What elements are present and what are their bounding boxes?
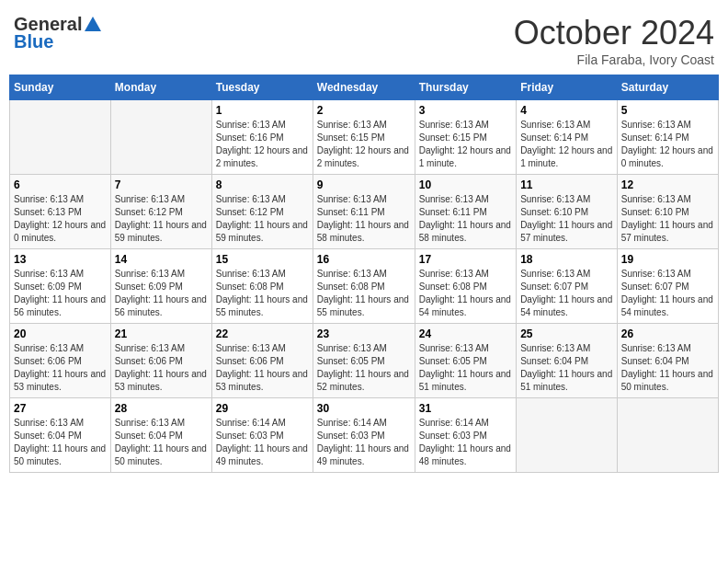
day-info: Sunrise: 6:13 AM Sunset: 6:04 PM Dayligh… — [520, 342, 613, 394]
day-number: 29 — [216, 402, 309, 415]
calendar-cell: 24Sunrise: 6:13 AM Sunset: 6:05 PM Dayli… — [415, 324, 516, 398]
calendar-cell: 16Sunrise: 6:13 AM Sunset: 6:08 PM Dayli… — [313, 249, 415, 324]
day-number: 30 — [317, 402, 411, 415]
calendar-cell: 20Sunrise: 6:13 AM Sunset: 6:06 PM Dayli… — [10, 324, 111, 398]
day-info: Sunrise: 6:13 AM Sunset: 6:07 PM Dayligh… — [520, 268, 613, 319]
day-number: 15 — [216, 253, 309, 266]
logo-blue: Blue — [14, 31, 53, 52]
calendar-cell: 25Sunrise: 6:13 AM Sunset: 6:04 PM Dayli… — [517, 324, 618, 398]
calendar-cell — [617, 398, 718, 473]
calendar-week-1: 1Sunrise: 6:13 AM Sunset: 6:16 PM Daylig… — [10, 100, 719, 175]
day-info: Sunrise: 6:13 AM Sunset: 6:06 PM Dayligh… — [14, 342, 107, 394]
calendar-cell: 8Sunrise: 6:13 AM Sunset: 6:12 PM Daylig… — [211, 175, 313, 249]
day-number: 26 — [621, 327, 714, 340]
weekday-header-thursday: Thursday — [415, 75, 516, 100]
page-header: General Blue October 2024 Fila Faraba, I… — [9, 9, 719, 67]
calendar-cell: 30Sunrise: 6:14 AM Sunset: 6:03 PM Dayli… — [313, 398, 415, 473]
calendar-week-2: 6Sunrise: 6:13 AM Sunset: 6:13 PM Daylig… — [10, 175, 719, 249]
day-info: Sunrise: 6:14 AM Sunset: 6:03 PM Dayligh… — [216, 417, 309, 468]
day-info: Sunrise: 6:13 AM Sunset: 6:08 PM Dayligh… — [419, 268, 512, 319]
calendar-cell: 13Sunrise: 6:13 AM Sunset: 6:09 PM Dayli… — [10, 249, 111, 324]
day-info: Sunrise: 6:14 AM Sunset: 6:03 PM Dayligh… — [419, 417, 512, 468]
day-info: Sunrise: 6:13 AM Sunset: 6:09 PM Dayligh… — [14, 268, 107, 319]
day-number: 12 — [621, 178, 714, 191]
weekday-header-sunday: Sunday — [10, 75, 111, 100]
calendar-cell: 17Sunrise: 6:13 AM Sunset: 6:08 PM Dayli… — [415, 249, 516, 324]
day-number: 21 — [115, 327, 208, 340]
calendar-cell: 7Sunrise: 6:13 AM Sunset: 6:12 PM Daylig… — [110, 175, 211, 249]
day-info: Sunrise: 6:13 AM Sunset: 6:12 PM Dayligh… — [216, 193, 309, 245]
day-info: Sunrise: 6:13 AM Sunset: 6:15 PM Dayligh… — [419, 119, 512, 170]
day-info: Sunrise: 6:14 AM Sunset: 6:03 PM Dayligh… — [317, 417, 411, 468]
weekday-header-row: SundayMondayTuesdayWednesdayThursdayFrid… — [10, 75, 719, 100]
day-number: 4 — [520, 104, 613, 117]
calendar-cell: 4Sunrise: 6:13 AM Sunset: 6:14 PM Daylig… — [517, 100, 618, 175]
calendar-cell — [517, 398, 618, 473]
day-info: Sunrise: 6:13 AM Sunset: 6:05 PM Dayligh… — [419, 342, 512, 394]
day-number: 1 — [216, 104, 309, 117]
calendar-cell: 1Sunrise: 6:13 AM Sunset: 6:16 PM Daylig… — [211, 100, 313, 175]
day-number: 8 — [216, 178, 309, 191]
weekday-header-friday: Friday — [517, 75, 618, 100]
day-number: 31 — [419, 402, 512, 415]
day-info: Sunrise: 6:13 AM Sunset: 6:04 PM Dayligh… — [115, 417, 208, 468]
calendar-cell: 6Sunrise: 6:13 AM Sunset: 6:13 PM Daylig… — [10, 175, 111, 249]
day-info: Sunrise: 6:13 AM Sunset: 6:09 PM Dayligh… — [115, 268, 208, 319]
day-number: 22 — [216, 327, 309, 340]
day-number: 20 — [14, 327, 107, 340]
day-number: 18 — [520, 253, 613, 266]
day-info: Sunrise: 6:13 AM Sunset: 6:15 PM Dayligh… — [317, 119, 411, 170]
calendar-cell: 9Sunrise: 6:13 AM Sunset: 6:11 PM Daylig… — [313, 175, 415, 249]
calendar-table: SundayMondayTuesdayWednesdayThursdayFrid… — [9, 75, 719, 473]
day-info: Sunrise: 6:13 AM Sunset: 6:08 PM Dayligh… — [216, 268, 309, 319]
day-number: 11 — [520, 178, 613, 191]
day-number: 17 — [419, 253, 512, 266]
calendar-cell: 28Sunrise: 6:13 AM Sunset: 6:04 PM Dayli… — [110, 398, 211, 473]
day-number: 2 — [317, 104, 411, 117]
day-number: 6 — [14, 178, 107, 191]
day-number: 25 — [520, 327, 613, 340]
day-info: Sunrise: 6:13 AM Sunset: 6:04 PM Dayligh… — [14, 417, 107, 468]
day-info: Sunrise: 6:13 AM Sunset: 6:13 PM Dayligh… — [14, 193, 107, 245]
calendar-cell — [10, 100, 111, 175]
calendar-cell: 10Sunrise: 6:13 AM Sunset: 6:11 PM Dayli… — [415, 175, 516, 249]
weekday-header-saturday: Saturday — [617, 75, 718, 100]
day-number: 7 — [115, 178, 208, 191]
weekday-header-wednesday: Wednesday — [313, 75, 415, 100]
calendar-cell: 18Sunrise: 6:13 AM Sunset: 6:07 PM Dayli… — [517, 249, 618, 324]
calendar-cell: 31Sunrise: 6:14 AM Sunset: 6:03 PM Dayli… — [415, 398, 516, 473]
calendar-cell: 29Sunrise: 6:14 AM Sunset: 6:03 PM Dayli… — [211, 398, 313, 473]
day-info: Sunrise: 6:13 AM Sunset: 6:08 PM Dayligh… — [317, 268, 411, 319]
calendar-cell: 21Sunrise: 6:13 AM Sunset: 6:06 PM Dayli… — [110, 324, 211, 398]
calendar-cell: 12Sunrise: 6:13 AM Sunset: 6:10 PM Dayli… — [617, 175, 718, 249]
day-number: 16 — [317, 253, 411, 266]
day-info: Sunrise: 6:13 AM Sunset: 6:04 PM Dayligh… — [621, 342, 714, 394]
calendar-cell: 5Sunrise: 6:13 AM Sunset: 6:14 PM Daylig… — [617, 100, 718, 175]
calendar-cell: 3Sunrise: 6:13 AM Sunset: 6:15 PM Daylig… — [415, 100, 516, 175]
day-number: 13 — [14, 253, 107, 266]
svg-marker-0 — [85, 17, 101, 31]
location: Fila Faraba, Ivory Coast — [514, 52, 714, 67]
day-info: Sunrise: 6:13 AM Sunset: 6:11 PM Dayligh… — [419, 193, 512, 245]
calendar-cell: 11Sunrise: 6:13 AM Sunset: 6:10 PM Dayli… — [517, 175, 618, 249]
day-info: Sunrise: 6:13 AM Sunset: 6:06 PM Dayligh… — [216, 342, 309, 394]
day-info: Sunrise: 6:13 AM Sunset: 6:07 PM Dayligh… — [621, 268, 714, 319]
title-area: October 2024 Fila Faraba, Ivory Coast — [514, 14, 714, 67]
weekday-header-tuesday: Tuesday — [211, 75, 313, 100]
day-info: Sunrise: 6:13 AM Sunset: 6:16 PM Dayligh… — [216, 119, 309, 170]
calendar-week-5: 27Sunrise: 6:13 AM Sunset: 6:04 PM Dayli… — [10, 398, 719, 473]
calendar-week-4: 20Sunrise: 6:13 AM Sunset: 6:06 PM Dayli… — [10, 324, 719, 398]
day-info: Sunrise: 6:13 AM Sunset: 6:14 PM Dayligh… — [520, 119, 613, 170]
calendar-week-3: 13Sunrise: 6:13 AM Sunset: 6:09 PM Dayli… — [10, 249, 719, 324]
logo: General Blue — [14, 14, 104, 52]
day-number: 14 — [115, 253, 208, 266]
day-number: 3 — [419, 104, 512, 117]
day-number: 23 — [317, 327, 411, 340]
day-number: 5 — [621, 104, 714, 117]
day-number: 24 — [419, 327, 512, 340]
day-info: Sunrise: 6:13 AM Sunset: 6:10 PM Dayligh… — [520, 193, 613, 245]
day-number: 10 — [419, 178, 512, 191]
day-info: Sunrise: 6:13 AM Sunset: 6:05 PM Dayligh… — [317, 342, 411, 394]
day-info: Sunrise: 6:13 AM Sunset: 6:10 PM Dayligh… — [621, 193, 714, 245]
calendar-cell: 22Sunrise: 6:13 AM Sunset: 6:06 PM Dayli… — [211, 324, 313, 398]
